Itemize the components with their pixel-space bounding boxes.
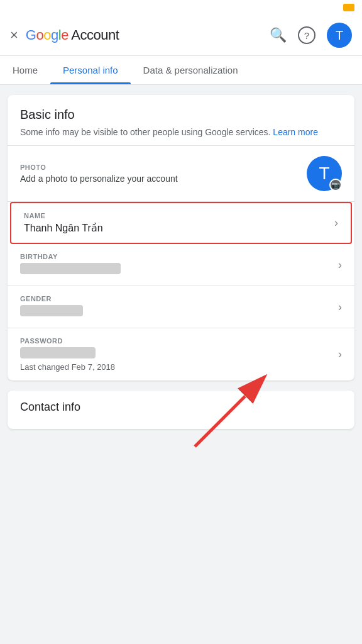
help-icon[interactable]: ? xyxy=(298,26,315,44)
birthday-label: BIRTHDAY xyxy=(20,253,338,260)
gender-chevron: › xyxy=(338,301,342,314)
tab-home[interactable]: Home xyxy=(0,56,50,84)
contact-info-card: Contact info xyxy=(8,391,354,429)
password-value xyxy=(20,347,96,358)
header-icons: 🔍 ? T xyxy=(270,23,352,48)
gender-row[interactable]: GENDER › xyxy=(8,286,354,328)
status-bar xyxy=(0,0,362,15)
basic-info-header: Basic info Some info may be visible to o… xyxy=(8,95,354,145)
basic-info-title: Basic info xyxy=(20,108,342,122)
content: Basic info Some info may be visible to o… xyxy=(0,95,362,429)
name-value: Thanh Ngân Trần xyxy=(24,222,334,234)
name-info: NAME Thanh Ngân Trần xyxy=(24,212,334,234)
camera-icon: 📷 xyxy=(329,179,342,191)
password-chevron: › xyxy=(338,348,342,361)
birthday-info: BIRTHDAY xyxy=(20,253,338,277)
learn-more-link[interactable]: Learn more xyxy=(273,127,318,137)
contact-info-header: Contact info xyxy=(8,391,354,424)
name-row[interactable]: NAME Thanh Ngân Trần › xyxy=(10,202,352,244)
battery-indicator xyxy=(343,4,354,11)
photo-row[interactable]: PHOTO Add a photo to personalize your ac… xyxy=(8,145,354,202)
photo-info: PHOTO Add a photo to personalize your ac… xyxy=(20,164,178,184)
gender-label: GENDER xyxy=(20,295,338,303)
basic-info-description: Some info may be visible to other people… xyxy=(20,126,342,139)
basic-info-card: Basic info Some info may be visible to o… xyxy=(8,95,354,380)
header: × Google Account 🔍 ? T xyxy=(0,15,362,56)
gender-value xyxy=(20,305,83,316)
account-text: Account xyxy=(71,27,119,43)
password-subtext: Last changed Feb 7, 2018 xyxy=(20,362,338,372)
birthday-row[interactable]: BIRTHDAY › xyxy=(8,244,354,286)
birthday-value xyxy=(20,263,121,274)
name-label: NAME xyxy=(24,212,334,219)
photo-avatar: T 📷 xyxy=(307,156,342,191)
tab-personal-info[interactable]: Personal info xyxy=(50,56,131,84)
photo-label: PHOTO xyxy=(20,164,178,171)
password-row[interactable]: PASSWORD Last changed Feb 7, 2018 › xyxy=(8,328,354,380)
name-chevron: › xyxy=(334,216,338,230)
avatar[interactable]: T xyxy=(327,23,352,48)
gender-info: GENDER xyxy=(20,295,338,319)
birthday-chevron: › xyxy=(338,258,342,272)
tab-data-personalization[interactable]: Data & personalization xyxy=(131,56,251,84)
contact-info-title: Contact info xyxy=(20,401,342,414)
photo-description: Add a photo to personalize your account xyxy=(20,174,178,184)
google-logo: Google Account xyxy=(26,27,262,43)
password-info: PASSWORD Last changed Feb 7, 2018 xyxy=(20,337,338,372)
search-icon[interactable]: 🔍 xyxy=(270,27,287,43)
tabs: Home Personal info Data & personalizatio… xyxy=(0,56,362,85)
close-button[interactable]: × xyxy=(10,28,18,42)
password-label: PASSWORD xyxy=(20,337,338,345)
